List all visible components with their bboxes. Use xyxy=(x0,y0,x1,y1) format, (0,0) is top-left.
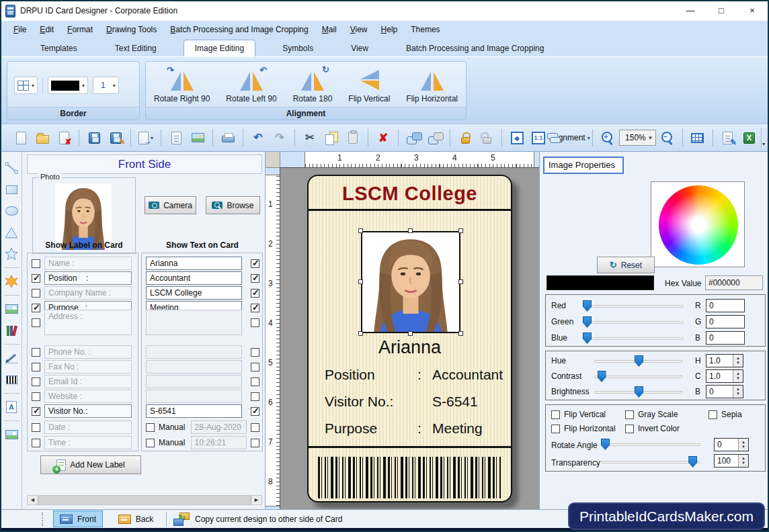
hex-value-field[interactable]: #000000 xyxy=(705,275,763,290)
fax-input[interactable] xyxy=(146,360,242,373)
fax-text-checkbox[interactable] xyxy=(251,363,259,371)
transparency-slider[interactable] xyxy=(601,456,700,468)
border-width-dropdown[interactable]: 1 ▾ xyxy=(93,77,119,94)
spinner-icon[interactable] xyxy=(733,370,743,382)
wordart-tool-button[interactable] xyxy=(3,399,19,415)
zoom-in-button[interactable]: + xyxy=(598,127,618,148)
insert-photo-tool-button[interactable] xyxy=(3,301,19,317)
sepia-option[interactable]: Sepia xyxy=(709,410,742,419)
rotate-angle-field[interactable]: 0 xyxy=(714,438,749,451)
phone-label-checkbox[interactable] xyxy=(32,348,40,357)
scroll-left-icon[interactable]: ◄ xyxy=(28,496,38,504)
selection-handle[interactable] xyxy=(408,228,413,233)
back-side-button[interactable]: Back xyxy=(112,511,159,527)
date-text-checkbox[interactable] xyxy=(251,423,259,432)
company-text-checkbox[interactable] xyxy=(251,289,259,298)
copy-design-button[interactable]: ↻ Copy current design to other side of C… xyxy=(173,513,342,526)
name-label-checkbox[interactable] xyxy=(32,259,40,268)
library-tool-button[interactable] xyxy=(3,322,19,339)
notes-button[interactable] xyxy=(166,127,186,148)
menu-mail[interactable]: Mail xyxy=(315,21,343,38)
rotate-left-90-button[interactable]: ↶ Rotate Left 90 xyxy=(222,67,280,104)
menu-batch-processing[interactable]: Batch Processing and Image Cropping xyxy=(163,21,315,38)
blue-value-field[interactable]: 0 xyxy=(706,331,745,345)
close-button[interactable]: × xyxy=(737,2,768,19)
spinner-icon[interactable] xyxy=(733,386,743,398)
date-input[interactable]: 28-Aug-2020 xyxy=(191,420,247,434)
blue-slider[interactable] xyxy=(583,332,684,345)
browse-button[interactable]: Browse xyxy=(206,196,260,214)
fax-label-checkbox[interactable] xyxy=(32,363,40,371)
card-photo[interactable] xyxy=(361,231,460,333)
selection-handle[interactable] xyxy=(458,279,463,284)
open-button[interactable] xyxy=(32,127,52,148)
selection-handle[interactable] xyxy=(458,331,463,336)
gray-scale-checkbox[interactable] xyxy=(625,410,634,419)
selection-handle[interactable] xyxy=(408,331,413,336)
email-text-checkbox[interactable] xyxy=(251,378,259,386)
address-text-checkbox[interactable] xyxy=(251,318,259,327)
front-side-button[interactable]: Front xyxy=(53,511,103,527)
website-input[interactable] xyxy=(146,390,242,403)
tab-image-editing[interactable]: Image Editing xyxy=(184,40,255,56)
card-holder-name[interactable]: Arianna xyxy=(309,337,511,358)
slider-thumb[interactable] xyxy=(583,316,592,328)
card-stage[interactable]: LSCM College Arianna Position : Accounta… xyxy=(280,168,539,509)
rotate-right-90-button[interactable]: ↷ Rotate Right 90 xyxy=(151,67,213,104)
spinner-icon[interactable] xyxy=(738,455,748,467)
position-label-checkbox[interactable] xyxy=(32,274,40,283)
purpose-text-checkbox[interactable] xyxy=(251,304,259,312)
selection-handle[interactable] xyxy=(458,228,463,233)
zoom-out-button[interactable]: − xyxy=(657,127,678,148)
name-input[interactable]: Arianna xyxy=(146,257,242,270)
sepia-checkbox[interactable] xyxy=(709,410,717,419)
company-label-checkbox[interactable] xyxy=(32,289,40,298)
flip-vertical-checkbox[interactable] xyxy=(551,410,560,419)
visitor-text-checkbox[interactable] xyxy=(251,407,259,416)
id-card-preview[interactable]: LSCM College Arianna Position : Accounta… xyxy=(307,175,512,502)
flip-horizontal-button[interactable]: Flip Horizontal xyxy=(403,67,461,104)
ellipse-tool-button[interactable] xyxy=(3,203,19,219)
group-button[interactable] xyxy=(403,127,423,148)
flip-vertical-button[interactable]: Flip Vertical xyxy=(345,67,393,104)
selection-handle[interactable] xyxy=(358,279,363,284)
color-wheel[interactable] xyxy=(659,185,738,265)
spinner-icon[interactable] xyxy=(738,439,748,451)
scrollbar-thumb[interactable] xyxy=(38,496,251,504)
blob-star-tool-button[interactable] xyxy=(3,273,19,290)
slider-thumb[interactable] xyxy=(598,371,606,382)
paste-button[interactable] xyxy=(343,127,363,148)
date-manual-checkbox[interactable] xyxy=(146,423,155,432)
grid-button[interactable] xyxy=(688,127,708,148)
time-manual-checkbox[interactable] xyxy=(146,439,155,447)
card-field-position[interactable]: Position : Accountant xyxy=(325,361,505,388)
camera-button[interactable]: Camera xyxy=(145,196,196,214)
minimize-button[interactable]: — xyxy=(675,2,706,19)
card-field-visitor[interactable]: Visitor No.: S-6541 xyxy=(325,388,505,415)
visitor-label-checkbox[interactable] xyxy=(32,407,40,416)
brightness-value-field[interactable]: 0 xyxy=(706,385,743,398)
insert-image-button[interactable] xyxy=(188,127,208,148)
cut-button[interactable]: ✂ xyxy=(300,127,320,148)
transparency-field[interactable]: 100 xyxy=(714,454,749,468)
contrast-value-field[interactable]: 1.0 xyxy=(706,369,743,383)
export-button[interactable]: →▾ xyxy=(136,127,156,148)
border-style-dropdown[interactable]: ▾ xyxy=(14,77,38,94)
scroll-right-icon[interactable]: ► xyxy=(251,496,261,504)
new-document-button[interactable] xyxy=(11,127,31,148)
tab-text-editing[interactable]: Text Editing xyxy=(104,40,167,56)
ungroup-button[interactable] xyxy=(425,127,445,148)
flip-horizontal-option[interactable]: Flip Horizontal xyxy=(551,424,616,433)
horizontal-scrollbar[interactable]: ◄ ► xyxy=(27,495,262,505)
website-text-checkbox[interactable] xyxy=(251,392,259,401)
position-text-checkbox[interactable] xyxy=(251,274,259,283)
selection-handle[interactable] xyxy=(358,331,363,336)
triangle-tool-button[interactable] xyxy=(3,224,19,240)
time-text-checkbox[interactable] xyxy=(251,439,259,447)
actual-size-button[interactable]: 1:1 xyxy=(528,127,549,148)
address-input[interactable] xyxy=(146,310,242,335)
add-new-label-button[interactable]: Add New Label xyxy=(40,455,141,474)
visitor-input[interactable]: S-6541 xyxy=(146,404,242,418)
save-button[interactable] xyxy=(84,127,104,148)
tab-templates[interactable]: Templates xyxy=(30,40,88,56)
